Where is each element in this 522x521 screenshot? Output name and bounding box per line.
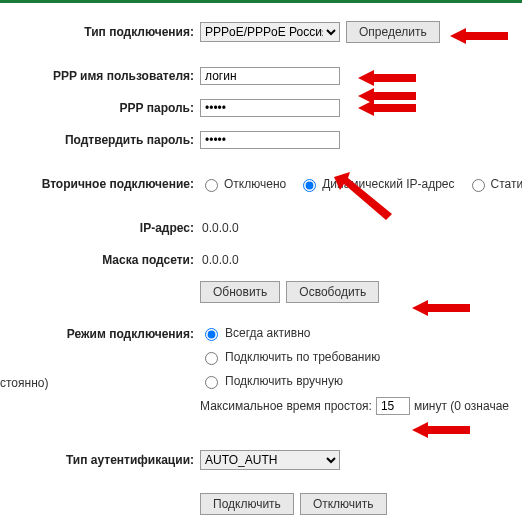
radio-mode-ondemand-label: Подключить по требованию [225,350,380,364]
label-idle: Максимальное время простоя: [200,399,372,413]
label-ppp-user: PPP имя пользователя: [0,69,200,83]
radio-secondary-off[interactable]: Отключено [200,176,286,192]
label-ip: IP-адрес: [0,221,200,235]
mask-value: 0.0.0.0 [200,253,239,267]
radio-mode-ondemand[interactable]: Подключить по требованию [200,349,509,365]
conn-type-select[interactable]: PPPoE/PPPoE Россия [200,22,340,42]
label-ppp-pass2: Подтвердить пароль: [0,133,200,147]
ppp-pass2-input[interactable] [200,131,340,149]
release-button[interactable]: Освободить [286,281,379,303]
ppp-user-input[interactable] [200,67,340,85]
radio-mode-always-label: Всегда активно [225,326,310,340]
radio-mode-manual[interactable]: Подключить вручную [200,373,509,389]
label-mode: Режим подключения: [0,325,200,341]
radio-secondary-static[interactable]: Статиче [467,176,522,192]
radio-mode-manual-label: Подключить вручную [225,374,343,388]
wan-settings-form: Тип подключения: PPPoE/PPPoE Россия Опре… [0,3,522,515]
ip-value: 0.0.0.0 [200,221,239,235]
label-secondary: Вторичное подключение: [0,177,200,191]
radio-secondary-dynamic[interactable]: Динамический IP-адрес [298,176,454,192]
radio-mode-always-input[interactable] [205,328,218,341]
radio-secondary-static-input[interactable] [472,179,485,192]
auth-select[interactable]: AUTO_AUTH [200,450,340,470]
ppp-pass-input[interactable] [200,99,340,117]
radio-secondary-static-label: Статиче [491,177,522,191]
radio-secondary-off-label: Отключено [224,177,286,191]
truncated-text-fragment: стоянно) [0,376,48,390]
radio-mode-always[interactable]: Всегда активно [200,325,509,341]
radio-mode-manual-input[interactable] [205,376,218,389]
label-idle-suffix: минут (0 означае [414,399,509,413]
radio-mode-ondemand-input[interactable] [205,352,218,365]
label-auth: Тип аутентификации: [0,453,200,467]
secondary-radio-group: Отключено Динамический IP-адрес Статиче [200,176,522,192]
label-mask: Маска подсети: [0,253,200,267]
label-conn-type: Тип подключения: [0,25,200,39]
idle-input[interactable] [376,397,410,415]
disconnect-button[interactable]: Отключить [300,493,387,515]
detect-button[interactable]: Определить [346,21,440,43]
label-ppp-pass: PPP пароль: [0,101,200,115]
radio-secondary-dynamic-label: Динамический IP-адрес [322,177,454,191]
radio-secondary-dynamic-input[interactable] [303,179,316,192]
connect-button[interactable]: Подключить [200,493,294,515]
renew-button[interactable]: Обновить [200,281,280,303]
mode-radio-group: Всегда активно Подключить по требованию … [200,325,509,415]
radio-secondary-off-input[interactable] [205,179,218,192]
